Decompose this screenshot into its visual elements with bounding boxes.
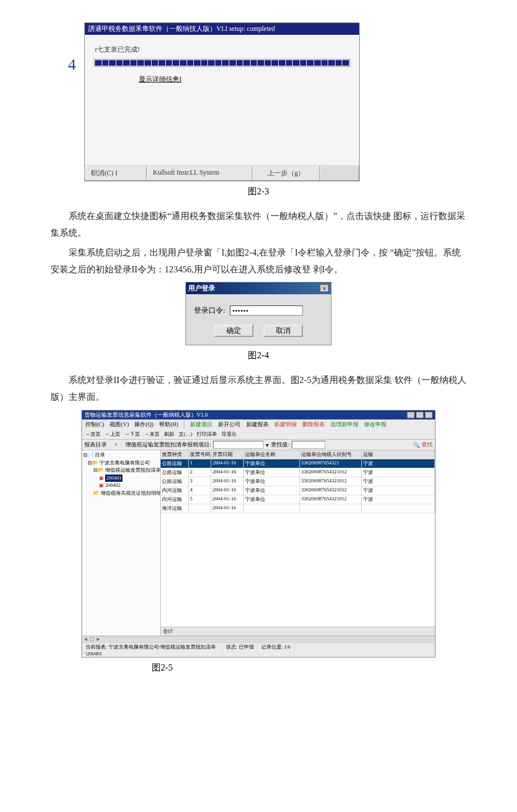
- data-grid: 发票种类 发票号码 开票日期 运输单位名称 运输单位纳税人识别号 运输 公路运输…: [161, 450, 435, 636]
- col-header[interactable]: 运输单位名称: [244, 450, 300, 459]
- main-window: 货物运输发票信息采集软件（一般纳税人版）V1.0 – □ × 控制(C) 视图(…: [81, 410, 436, 658]
- close-button[interactable]: ×: [320, 284, 329, 292]
- minimize-icon[interactable]: –: [407, 412, 415, 418]
- toolbar-item[interactable]: 选理新申报: [330, 421, 359, 428]
- grid-row[interactable]: 公路运输 3 2004-01-16 宁波单位 33020698765432101…: [161, 477, 435, 486]
- menu-item[interactable]: 视图(V): [110, 421, 129, 428]
- col-header[interactable]: 发票种类: [161, 450, 189, 459]
- tree-panel-label: 报表目录: [84, 441, 107, 449]
- tree-node-report2[interactable]: 📂 增值税海关税凭证抵扣明细: [83, 490, 159, 498]
- next-button-disabled: [320, 166, 359, 181]
- grid-total-row: 合计: [161, 627, 435, 636]
- toolbar-item[interactable]: 新建报表: [246, 421, 269, 428]
- main-window-titlebar: 货物运输发票信息采集软件（一般纳税人版）V1.0 – □ ×: [82, 410, 435, 419]
- login-dialog: 用户登录 × 登录口令: 确定 取消: [185, 282, 332, 345]
- maximize-icon[interactable]: □: [416, 412, 424, 418]
- filter-value-input[interactable]: [292, 441, 325, 449]
- col-header[interactable]: 开票日期: [211, 450, 244, 459]
- installer-titlebar: 誘通甲税务数据釆隼软件（一般纳技人版）VI.I setup: completed: [85, 23, 359, 35]
- print-button[interactable]: 打印清单: [197, 431, 217, 438]
- tree-root[interactable]: ⊟📄 目录: [83, 451, 159, 459]
- tree-node-report[interactable]: ⊟📂 增值税运输发票抵扣清单: [83, 467, 159, 475]
- bar-handle-icon[interactable]: ^: [115, 442, 117, 448]
- tree-leaf-200402[interactable]: ▣ 200402: [83, 482, 159, 490]
- progress-label: 4: [68, 56, 76, 74]
- menu-item[interactable]: 控制(C): [85, 421, 104, 428]
- grid-row[interactable]: 内河运输 4 2004-01-16 宁波单位 33020698765432101…: [161, 486, 435, 495]
- status-record-position: 记录位置: 1/6: [258, 643, 294, 657]
- refresh-button[interactable]: 刷新: [164, 431, 174, 438]
- toolbar-item[interactable]: 修改申报: [364, 421, 387, 428]
- cancel-button[interactable]: 取消: [264, 325, 303, 337]
- dropdown-icon[interactable]: ▾: [266, 442, 269, 448]
- caption-2-4: 图2-4: [39, 350, 478, 362]
- caption-2-5: 图2-5: [152, 662, 478, 674]
- tree-leaf-200401[interactable]: ▣ 200401: [83, 475, 159, 482]
- filter-bar: 报表目录 ^ 增值税运输发票抵扣清单报税项目: ▾ 查找值: 🔍 查找: [82, 440, 435, 450]
- tree-node-company[interactable]: ⊟📂 宁波京奥电脑有限公司: [83, 459, 159, 467]
- status-current-report: 当前报表: 宁波京奥电脑有限公司\增值税运输发票抵扣清单\200401: [82, 643, 223, 657]
- menu-item[interactable]: 操作(Q): [134, 421, 153, 428]
- toolbar-item[interactable]: 新开公司: [218, 421, 241, 428]
- paragraph-3: 系统对登录II令进行验证，验证通过后显示系统主界面。图2-5为通用税务数据采集 …: [51, 372, 466, 406]
- grid-row[interactable]: 内河运输 5 2004-01-16 宁波单位 33020698765432101…: [161, 495, 435, 504]
- cancel-button[interactable]: 职涓(C) I: [85, 166, 147, 181]
- password-input[interactable]: [230, 305, 303, 316]
- installer-footer: 职涓(C) I Kullsoft InstcLL System 上一步（g）: [85, 165, 359, 181]
- installer-brand: Kullsoft InstcLL System: [147, 166, 252, 181]
- toolbar-item[interactable]: 新建项目: [190, 421, 212, 428]
- sub-toolbar: ←首页 ←上页 →下页 →末页 刷新 文(…) 打印清单 导退出: [82, 430, 435, 440]
- toolbar-item[interactable]: 新建明细: [274, 421, 297, 428]
- binoculars-icon: 🔍: [413, 442, 420, 448]
- menu-item[interactable]: 帮助(H): [159, 421, 178, 428]
- search-button-label: 查找: [421, 441, 433, 449]
- toolbar-item[interactable]: 删除报表: [302, 421, 325, 428]
- filter-project-input[interactable]: [213, 441, 264, 449]
- installer-title-text: 誘通甲税务数据釆隼软件（一般纳技人版）VI.I setup: completed: [88, 25, 275, 33]
- password-label: 登录口令:: [194, 305, 225, 316]
- caption-2-3: 图2-3: [39, 186, 478, 198]
- col-header[interactable]: 发票号码: [189, 450, 211, 459]
- nav-last[interactable]: →末页: [144, 431, 160, 438]
- paragraph-1: 系统在桌面建立快捷图标“通用税务数据采集软件（一般纳税人版）”，点击该快捷 图标…: [51, 208, 466, 242]
- paragraph-2: 采集系统启动之后，出现用户登录窗「I,如图2-4,在登录「I令栏输入登录门令，按…: [51, 244, 466, 279]
- status-bar: 当前报表: 宁波京奥电脑有限公司\增值税运输发票抵扣清单\200401 状态: …: [82, 642, 435, 657]
- grid-row[interactable]: 公路运输 1 2004-01-16 宁波单位 330206987654321 宁…: [161, 459, 435, 468]
- grid-empty-area: [161, 513, 435, 627]
- status-state: 状态: 已申报: [223, 643, 258, 657]
- filter-label-2: 查找值:: [271, 441, 289, 449]
- tree-panel: ⊟📄 目录 ⊟📂 宁波京奥电脑有限公司 ⊟📂 增值税运输发票抵扣清单 ▣ 200…: [82, 450, 161, 636]
- install-done-text: r七支装已完成!: [94, 45, 350, 54]
- login-titlebar: 用户登录 ×: [186, 282, 331, 294]
- search-button[interactable]: 🔍 查找: [413, 441, 433, 449]
- col-header[interactable]: 运输: [362, 450, 435, 459]
- main-window-title-text: 货物运输发票信息采集软件（一般纳税人版）V1.0: [84, 411, 208, 419]
- nav-first[interactable]: ←首页: [85, 431, 101, 438]
- col-header[interactable]: 运输单位纳税人识别号: [300, 450, 362, 459]
- ok-button[interactable]: 确定: [214, 325, 253, 337]
- back-button[interactable]: 上一步（g）: [252, 166, 320, 181]
- tool-extra[interactable]: 文(…): [179, 431, 192, 438]
- filter-label: 增值税运输发票抵扣清单报税项目:: [125, 441, 211, 449]
- close-icon[interactable]: ×: [425, 412, 433, 418]
- login-title-text: 用户登录: [188, 284, 215, 293]
- nav-prev[interactable]: ←上页: [105, 431, 120, 438]
- grid-row[interactable]: 海洋运输 2004-01-16: [161, 504, 435, 513]
- grid-header-row: 发票种类 发票号码 开票日期 运输单位名称 运输单位纳税人识别号 运输: [161, 450, 435, 459]
- nav-next[interactable]: →下页: [125, 431, 140, 438]
- installer-window: 誘通甲税务数据釆隼软件（一般纳技人版）VI.I setup: completed…: [84, 22, 360, 181]
- status-spacer: [294, 643, 435, 657]
- progress-bar: [94, 59, 350, 67]
- exit-button[interactable]: 导退出: [221, 431, 237, 438]
- show-details-link[interactable]: 显示详细信惫I: [94, 75, 182, 84]
- menubar: 控制(C) 视图(V) 操作(Q) 帮助(H) 新建项目 新开公司 新建报表 新…: [82, 419, 435, 430]
- grid-row[interactable]: 公路运输 2 2004-01-16 宁波单位 33020698765432101…: [161, 468, 435, 477]
- horizontal-scrollbar[interactable]: ◄ ▢ ►: [82, 636, 435, 642]
